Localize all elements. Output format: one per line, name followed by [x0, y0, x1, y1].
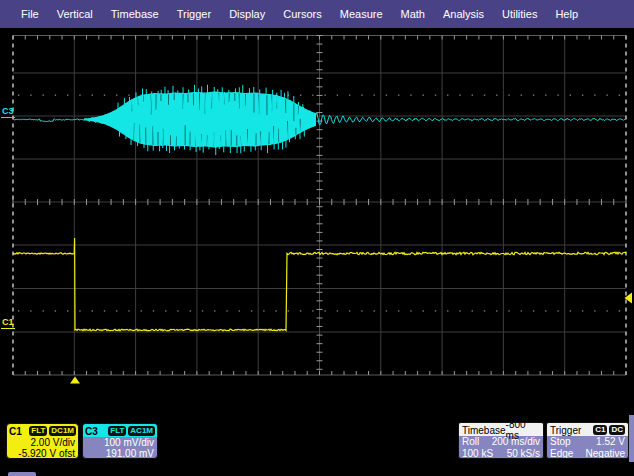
- c3-descriptor-box[interactable]: C3 FLT AC1M 100 mV/div 191.00 mV: [82, 423, 158, 459]
- graticule-dot: [300, 310, 301, 311]
- graticule-dot: [606, 310, 607, 311]
- graticule-dot: [288, 310, 289, 311]
- graticule-dot: [239, 310, 240, 311]
- graticule-dot: [214, 310, 215, 311]
- trigger-source-badge: C1: [593, 425, 607, 435]
- graticule-dot: [165, 310, 166, 311]
- graticule-dot: [325, 310, 326, 311]
- graticule-dot: [202, 310, 203, 311]
- graticule-dot: [374, 95, 375, 96]
- trigger-type: Edge: [550, 448, 573, 459]
- graticule-dot: [312, 310, 313, 311]
- graticule-dot: [508, 95, 509, 96]
- screen-edge-sliver-right: [629, 415, 634, 462]
- graticule-dot: [18, 310, 19, 311]
- graticule-dot: [177, 310, 178, 311]
- graticule-dot: [104, 310, 105, 311]
- c1-scale-value: 2.00 V/div: [7, 437, 78, 448]
- graticule-dot: [398, 95, 399, 96]
- graticule-dot: [582, 95, 583, 96]
- graticule-dot: [557, 95, 558, 96]
- graticule-dot: [349, 310, 350, 311]
- oscilloscope-screen: File Vertical Timebase Trigger Display C…: [0, 0, 634, 476]
- trigger-header: Trigger C1 DC: [547, 423, 628, 436]
- trigger-level: 1.52 V: [596, 436, 625, 448]
- graticule-dot: [410, 95, 411, 96]
- timebase-rate: 50 kS/s: [507, 448, 540, 459]
- graticule-dot: [423, 310, 424, 311]
- graticule-dot: [472, 95, 473, 96]
- trigger-slope: Negative: [586, 448, 625, 459]
- graticule-dot: [533, 310, 534, 311]
- c1-position-indicator[interactable]: C1: [1, 318, 15, 329]
- graticule-dot: [508, 310, 509, 311]
- graticule-dot: [435, 95, 436, 96]
- graticule-dot: [337, 95, 338, 96]
- graticule-dot: [386, 95, 387, 96]
- graticule-dot: [43, 310, 44, 311]
- graticule-dot: [361, 310, 362, 311]
- graticule-dot: [484, 95, 485, 96]
- graticule-dot: [300, 95, 301, 96]
- c3-scale-value: 100 mV/div: [83, 437, 157, 448]
- waveform-plot-area[interactable]: [0, 0, 634, 476]
- screen-edge-sliver-bottom: [8, 472, 36, 476]
- graticule-dot: [67, 95, 68, 96]
- trigger-time-marker[interactable]: [70, 377, 80, 384]
- graticule-dot: [496, 95, 497, 96]
- graticule-dot: [447, 310, 448, 311]
- timebase-scale: 200 ms/div: [492, 436, 540, 448]
- graticule-dot: [116, 95, 117, 96]
- graticule-dot: [619, 310, 620, 311]
- timebase-descriptor-box[interactable]: Timebase -800 ms Roll 200 ms/div 100 kS …: [458, 422, 544, 459]
- graticule-dot: [325, 95, 326, 96]
- graticule-dot: [275, 310, 276, 311]
- graticule-dot: [582, 310, 583, 311]
- timebase-header: Timebase -800 ms: [459, 423, 543, 436]
- graticule-dot: [55, 310, 56, 311]
- graticule-dot: [570, 95, 571, 96]
- graticule-dot: [141, 310, 142, 311]
- graticule-dot: [263, 310, 264, 311]
- graticule-dot: [459, 310, 460, 311]
- graticule-dot: [410, 310, 411, 311]
- graticule-dot: [398, 310, 399, 311]
- graticule-dot: [116, 310, 117, 311]
- trigger-descriptor-box[interactable]: Trigger C1 DC Stop 1.52 V Edge Negative: [546, 422, 629, 459]
- c3-descriptor-header: C3 FLT AC1M: [83, 424, 157, 437]
- graticule-dot: [251, 310, 252, 311]
- graticule-dot: [606, 95, 607, 96]
- c1-descriptor-header: C1 FLT DC1M: [7, 424, 78, 437]
- graticule-dot: [374, 310, 375, 311]
- c1-descriptor-box[interactable]: C1 FLT DC1M 2.00 V/div -5.920 V ofst: [6, 423, 79, 459]
- graticule-dot: [43, 95, 44, 96]
- graticule-dot: [128, 310, 129, 311]
- graticule-dot: [104, 95, 105, 96]
- c1-offset-value: -5.920 V ofst: [7, 448, 78, 459]
- graticule-dot: [92, 95, 93, 96]
- c3-position-indicator[interactable]: C3: [1, 107, 15, 118]
- graticule-dot: [447, 95, 448, 96]
- graticule-dot: [594, 95, 595, 96]
- c1-coupling-badge: DC1M: [49, 426, 76, 436]
- graticule-dot: [619, 95, 620, 96]
- graticule-dot: [545, 310, 546, 311]
- graticule-dot: [545, 95, 546, 96]
- c3-offset-value: 191.00 mV: [83, 448, 157, 459]
- graticule-dot: [337, 310, 338, 311]
- timebase-title: Timebase: [462, 425, 506, 436]
- graticule-dot: [435, 310, 436, 311]
- graticule-dot: [423, 95, 424, 96]
- graticule-dot: [153, 310, 154, 311]
- graticule-dot: [30, 310, 31, 311]
- graticule-dot: [459, 95, 460, 96]
- c3-coupling-badge: AC1M: [128, 426, 155, 436]
- graticule-dot: [386, 310, 387, 311]
- graticule-dot: [472, 310, 473, 311]
- graticule-dot: [128, 95, 129, 96]
- graticule-dot: [18, 95, 19, 96]
- trigger-title: Trigger: [550, 425, 581, 436]
- graticule-dot: [79, 310, 80, 311]
- timebase-mode: Roll: [462, 436, 479, 448]
- timebase-samples: 100 kS: [462, 448, 493, 459]
